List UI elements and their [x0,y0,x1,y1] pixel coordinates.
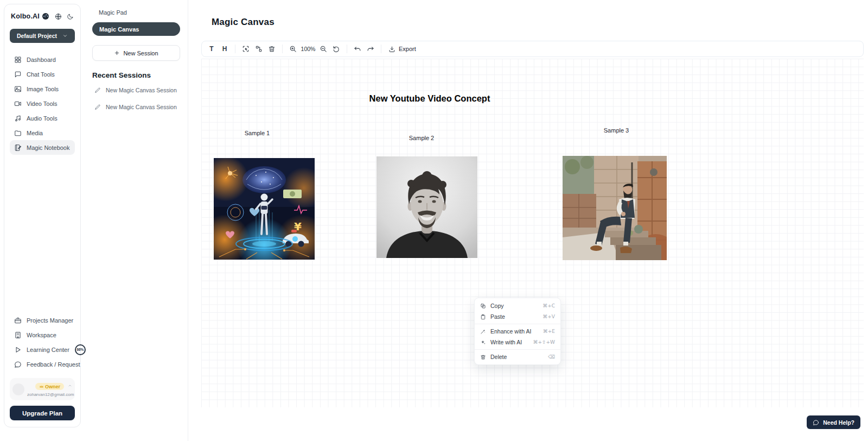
delete-tool-button[interactable] [265,43,278,55]
upgrade-plan-button[interactable]: Upgrade Plan [10,406,75,420]
user-email: zoharvan12@gmail.com [27,392,72,397]
export-button[interactable]: Export [385,46,419,53]
video-camera-icon [14,100,22,108]
sparkles-icon [480,339,486,345]
sample-1-label[interactable]: Sample 1 [245,130,270,136]
sidebar-item-audio-tools[interactable]: Audio Tools [10,111,75,125]
sidebar-item-projects-manager[interactable]: Projects Manager [10,313,75,327]
sidebar-item-magic-notebook[interactable]: Magic Notebook [10,140,75,155]
context-menu-enhance-with-ai[interactable]: Enhance with AI ⌘+E [475,326,560,337]
sample-2-label[interactable]: Sample 2 [409,135,434,141]
play-icon [14,346,22,354]
sidebar: Kolbo.AI Default Project Dashboard Chat … [4,4,81,427]
context-menu-paste[interactable]: Paste ⌘+V [475,311,560,322]
sidebar-item-label: Magic Notebook [27,144,70,151]
session-list-item[interactable]: New Magic Canvas Session [92,101,180,113]
canvas-toolbar: T H 100% Export [201,41,864,57]
canvas-workspace[interactable]: New Youtube Video Concept Sample 1 Sampl… [201,59,864,407]
project-selector-label: Default Project [17,33,57,39]
zoom-out-icon [320,45,327,53]
sidebar-item-chat-tools[interactable]: Chat Tools [10,67,75,81]
canvas-heading-text[interactable]: New Youtube Video Concept [369,93,490,104]
sidebar-item-label: Feedback / Request [27,361,80,368]
chevron-down-icon [62,33,68,39]
sidebar-item-video-tools[interactable]: Video Tools [10,96,75,111]
sidebar-item-learning-center[interactable]: Learning Center 66% [10,342,75,357]
image-icon [14,85,22,93]
need-help-label: Need Help? [823,419,854,426]
rotate-icon [333,45,340,53]
session-list-item[interactable]: New Magic Canvas Session [92,84,180,96]
dashboard-icon [14,56,22,64]
pencil-icon [94,87,101,93]
context-menu: Copy ⌘+C Paste ⌘+V Enhance with AI ⌘+E W… [474,298,561,365]
help-chat-icon [813,419,819,426]
sample-image-portrait[interactable] [376,156,477,258]
globe-icon[interactable] [55,13,62,20]
shortcut-label: ⌘+E [543,329,555,334]
sessions-panel: Magic Pad Magic Canvas New Session Recen… [85,0,188,441]
sidebar-item-workspace[interactable]: Workspace [10,327,75,342]
zoom-out-button[interactable] [317,43,330,55]
need-help-button[interactable]: Need Help? [807,415,860,429]
sidebar-item-label: Learning Center [27,346,69,353]
select-tool-button[interactable] [239,43,252,55]
sidebar-item-label: Chat Tools [27,71,55,78]
sample-3-label[interactable]: Sample 3 [604,127,629,134]
sidebar-nav: Dashboard Chat Tools Image Tools Video T… [10,52,75,155]
undo-button[interactable] [351,43,364,55]
zoom-in-button[interactable] [286,43,299,55]
music-note-icon [14,115,22,122]
sidebar-item-label: Video Tools [27,100,57,107]
paste-icon [480,314,486,320]
redo-button[interactable] [364,43,377,55]
app-logo: Kolbo.AI [11,12,40,20]
download-icon [388,46,395,53]
sidebar-item-label: Image Tools [27,86,59,92]
sidebar-item-label: Workspace [27,332,56,338]
sample-image-ai-collage[interactable]: ¥ [214,158,315,260]
sidebar-item-dashboard[interactable]: Dashboard [10,52,75,67]
reset-view-button[interactable] [330,43,343,55]
select-cursor-icon [242,45,250,53]
redo-icon [367,45,374,53]
context-menu-copy[interactable]: Copy ⌘+C [475,300,560,311]
magic-wand-icon [480,329,486,335]
sidebar-item-label: Projects Manager [27,317,73,324]
new-session-button[interactable]: New Session [92,45,180,61]
trash-icon [480,354,486,360]
heading-tool-button[interactable]: H [218,43,231,55]
logo-row: Kolbo.AI [10,12,75,21]
project-selector[interactable]: Default Project [10,29,75,43]
new-session-label: New Session [123,50,158,56]
avatar [12,383,24,395]
sidebar-item-label: Media [27,130,43,136]
dark-mode-moon-icon[interactable] [67,13,74,20]
copy-icon [480,303,486,309]
building-icon [14,331,22,339]
sample-image-ruins[interactable] [563,156,667,260]
text-tool-button[interactable]: T [205,43,218,55]
connector-tool-button[interactable] [252,43,265,55]
magic-canvas-tab[interactable]: Magic Canvas [92,22,180,36]
brain-logo-icon [41,12,50,21]
trash-icon [268,45,276,53]
owner-badge: Owner [35,383,64,390]
context-menu-delete[interactable]: Delete ⌫ [475,351,560,362]
chat-bubble-icon [14,71,22,78]
shortcut-label: ⌘+⇧+W [533,339,555,345]
zoom-in-icon [289,45,297,53]
pencil-icon [94,104,101,110]
connector-icon [255,45,263,53]
shortcut-label: ⌫ [548,354,555,360]
sidebar-item-label: Dashboard [27,56,56,63]
notebook-pen-icon [14,144,22,152]
undo-icon [354,45,361,53]
context-menu-write-with-ai[interactable]: Write with AI ⌘+⇧+W [475,337,560,348]
magic-pad-tab[interactable]: Magic Pad [92,8,180,16]
sidebar-item-media[interactable]: Media [10,125,75,140]
user-account-card[interactable]: Owner zoharvan12@gmail.com [10,378,75,400]
sidebar-item-image-tools[interactable]: Image Tools [10,81,75,96]
sidebar-item-feedback-request[interactable]: Feedback / Request [10,357,75,371]
feedback-bubble-icon [14,361,22,368]
